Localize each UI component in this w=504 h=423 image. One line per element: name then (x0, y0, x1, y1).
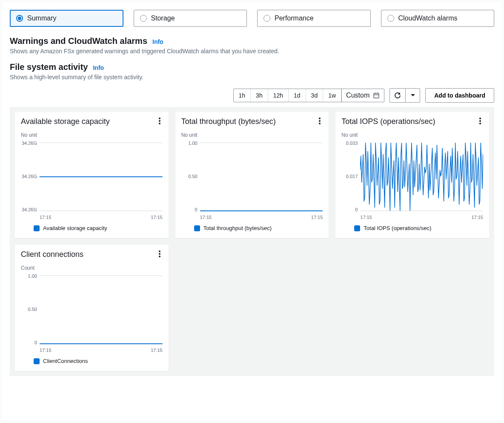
timerange-custom[interactable]: Custom (341, 89, 384, 102)
refresh-button[interactable] (389, 88, 406, 103)
plot-area[interactable] (40, 141, 163, 213)
tab-storage[interactable]: Storage (134, 10, 247, 27)
timerange-segment: 1h 3h 12h 1d 3d 1w Custom (233, 89, 385, 102)
tab-cloudwatch-alarms[interactable]: CloudWatch alarms (381, 10, 495, 27)
card-title: Total IOPS (operations/sec) (341, 117, 483, 126)
y-axis: 34.26G 34.26G 34.26G (21, 141, 40, 213)
warnings-subtitle: Shows any Amazon FSx generated warnings … (10, 48, 494, 55)
legend-label: Available storage capacity (43, 225, 107, 231)
activity-heading: File system activity Info (10, 62, 494, 72)
card-menu-icon[interactable] (476, 117, 484, 125)
y-axis: 1.00 0.50 0 (181, 141, 200, 213)
info-link[interactable]: Info (152, 38, 163, 45)
activity-subtitle: Shows a high-level summary of file syste… (10, 74, 494, 81)
legend-swatch (194, 225, 200, 231)
timerange-1h[interactable]: 1h (234, 89, 251, 102)
legend: Total IOPS (operations/sec) (354, 225, 483, 231)
chart-body: 0.033 0.017 0 (341, 141, 483, 213)
timerange-12h[interactable]: 12h (268, 89, 289, 102)
plot-area[interactable] (40, 273, 163, 346)
chart-body: 1.00 0.50 0 (181, 141, 323, 213)
chart-card-iops: Total IOPS (operations/sec) No unit 0.03… (335, 112, 489, 238)
radio-icon (16, 15, 23, 22)
card-unit: No unit (341, 132, 483, 138)
card-title: Available storage capacity (21, 117, 163, 126)
tab-label: Summary (27, 14, 56, 22)
y-axis: 1.00 0.50 0 (21, 273, 40, 346)
tab-bar: Summary Storage Performance CloudWatch a… (10, 10, 494, 27)
legend-label: Total IOPS (operations/sec) (364, 225, 431, 231)
page-container: Summary Storage Performance CloudWatch a… (1, 1, 503, 422)
timerange-1w[interactable]: 1w (323, 89, 341, 102)
calendar-icon (373, 92, 380, 99)
card-menu-icon[interactable] (156, 117, 163, 125)
refresh-menu-button[interactable] (406, 88, 420, 103)
timerange-3h[interactable]: 3h (251, 89, 268, 102)
section-title: Warnings and CloudWatch alarms (10, 36, 147, 46)
x-axis: 17:15 17:15 (40, 215, 163, 220)
legend: Total throughput (bytes/sec) (194, 225, 323, 231)
card-unit: No unit (21, 132, 163, 138)
tab-label: Storage (151, 14, 175, 22)
plot-area[interactable] (200, 141, 323, 213)
plot-area[interactable] (360, 141, 483, 213)
radio-icon (263, 15, 270, 22)
chevron-down-icon (410, 93, 415, 98)
warnings-heading: Warnings and CloudWatch alarms Info (10, 36, 494, 46)
legend: ClientConnections (34, 358, 163, 364)
custom-label: Custom (346, 92, 369, 99)
chart-body: 1.00 0.50 0 (21, 273, 163, 346)
legend-swatch (34, 225, 40, 231)
timerange-1d[interactable]: 1d (289, 89, 306, 102)
card-menu-icon[interactable] (156, 250, 163, 258)
legend-label: ClientConnections (43, 358, 88, 364)
chart-body: 34.26G 34.26G 34.26G (21, 141, 163, 213)
chart-card-available-storage: Available storage capacity No unit 34.26… (15, 112, 169, 238)
legend-swatch (354, 225, 360, 231)
add-to-dashboard-button[interactable]: Add to dashboard (425, 88, 494, 103)
info-link[interactable]: Info (93, 64, 104, 71)
radio-icon (140, 15, 147, 22)
timerange-3d[interactable]: 3d (306, 89, 324, 102)
card-title: Client connections (21, 250, 163, 259)
refresh-icon (394, 92, 401, 99)
chart-card-throughput: Total throughput (bytes/sec) No unit 1.0… (175, 112, 329, 238)
tab-performance[interactable]: Performance (257, 10, 371, 27)
charts-grid: Available storage capacity No unit 34.26… (10, 107, 494, 376)
x-axis: 17:15 17:15 (360, 215, 483, 220)
card-title: Total throughput (bytes/sec) (181, 117, 323, 126)
tab-summary[interactable]: Summary (10, 10, 123, 27)
card-unit: Count (21, 265, 163, 271)
card-unit: No unit (181, 132, 323, 138)
y-axis: 0.033 0.017 0 (341, 141, 360, 213)
card-menu-icon[interactable] (316, 117, 324, 125)
x-axis: 17:15 17:15 (200, 215, 323, 220)
legend-swatch (34, 358, 40, 364)
radio-icon (387, 15, 394, 22)
section-title: File system activity (10, 62, 88, 72)
refresh-button-group (389, 88, 420, 103)
chart-card-client-connections: Client connections Count 1.00 0.50 0 17:… (15, 245, 169, 371)
legend-label: Total throughput (bytes/sec) (203, 225, 272, 231)
tab-label: Performance (275, 14, 314, 22)
tab-label: CloudWatch alarms (398, 14, 458, 22)
chart-toolbar: 1h 3h 12h 1d 3d 1w Custom Add to dashboa… (10, 88, 494, 103)
legend: Available storage capacity (34, 225, 163, 231)
svg-rect-0 (374, 93, 379, 98)
x-axis: 17:15 17:15 (40, 348, 163, 353)
